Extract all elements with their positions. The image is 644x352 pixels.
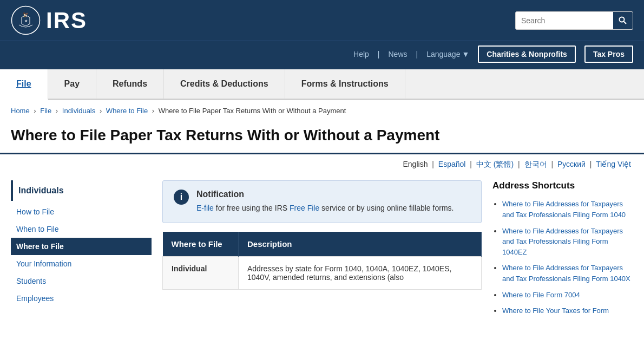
breadcrumb-sep2: › [56,107,58,115]
nav-item-pay[interactable]: Pay [48,69,96,99]
breadcrumb-sep1: › [34,107,36,115]
irs-eagle-icon: 🦅 ★ [11,5,41,35]
page-title: Where to File Paper Tax Returns With or … [11,126,633,145]
svg-point-3 [620,17,625,22]
efile-link[interactable]: E-file [196,204,214,212]
nav-item-file[interactable]: File [0,69,48,100]
svg-text:★: ★ [24,19,28,23]
address-shortcuts-list: Where to File Addresses for Taxpayers an… [492,199,633,316]
chevron-down-icon: ▼ [462,50,469,58]
lang-korean[interactable]: 한국어 [524,160,547,168]
sidebar-item-students[interactable]: Students [11,272,152,290]
nav-item-forms-instructions[interactable]: Forms & Instructions [285,69,405,99]
shortcut-link-1040[interactable]: Where to File Addresses for Taxpayers an… [502,200,626,219]
divider1: | [378,50,380,58]
lang-russian[interactable]: Русский [557,160,586,168]
breadcrumb: Home › File › Individuals › Where to Fil… [0,100,644,121]
list-item: Where to File Addresses for Taxpayers an… [502,263,633,284]
svg-text:🦅: 🦅 [23,11,29,18]
address-shortcuts-title: Address Shortcuts [492,180,633,191]
shortcut-link-7004[interactable]: Where to File Form 7004 [502,291,580,299]
sidebar-item-employees[interactable]: Employees [11,290,152,307]
where-to-file-table: Where to File Description Individual Add… [162,232,482,290]
lang-english: English [403,160,428,168]
shortcut-link-taxes-form[interactable]: Where to File Your Taxes for Form [502,307,609,315]
top-nav: Help | News | Language ▼ Charities & Non… [0,41,644,69]
list-item: Where to File Form 7004 [502,290,633,301]
sidebar-item-where-to-file[interactable]: Where to File [11,238,152,255]
table-col-where-to-file: Where to File [163,232,239,257]
page-title-section: Where to File Paper Tax Returns With or … [0,121,644,154]
breadcrumb-sep3: › [100,107,102,115]
notification-content: Notification E-file for free using the I… [196,190,454,214]
breadcrumb-home[interactable]: Home [11,107,30,115]
nav-item-refunds[interactable]: Refunds [96,69,164,99]
sidebar-item-when-to-file[interactable]: When to File [11,220,152,238]
free-file-link[interactable]: Free File [290,204,319,212]
logo-area: 🦅 ★ IRS [11,5,87,35]
logo-text: IRS [46,8,87,34]
list-item: Where to File Addresses for Taxpayers an… [502,199,633,220]
breadcrumb-current: Where to File Paper Tax Returns With or … [159,107,346,115]
search-button[interactable] [613,11,633,30]
table-col-description: Description [239,232,482,257]
breadcrumb-file[interactable]: File [40,107,51,115]
lang-vietnamese[interactable]: Tiếng Việt [596,160,631,168]
charities-nonprofits-button[interactable]: Charities & Nonprofits [478,45,576,63]
table-header-row: Where to File Description [163,232,482,257]
lang-chinese[interactable]: 中文 (繁體) [476,160,514,168]
sidebar-item-how-to-file[interactable]: How to File [11,203,152,220]
notification-text: E-file for free using the IRS Free File … [196,203,454,214]
svg-line-4 [624,21,627,24]
tax-pros-button[interactable]: Tax Pros [584,45,633,63]
right-sidebar: Address Shortcuts Where to File Addresse… [492,180,633,321]
language-switcher: English | Español | 中文 (繁體) | 한국어 | Русс… [0,154,644,175]
shortcut-link-1040x[interactable]: Where to File Addresses for Taxpayers an… [502,264,630,283]
content-area: Individuals How to File When to File Whe… [0,175,644,327]
sidebar-item-your-information[interactable]: Your Information [11,255,152,272]
search-input[interactable] [516,16,613,25]
shortcut-link-1040ez[interactable]: Where to File Addresses for Taxpayers an… [502,227,623,256]
info-icon: i [174,190,189,205]
sidebar: Individuals How to File When to File Whe… [11,180,162,321]
table-row: Individual Addresses by state for Form 1… [163,257,482,290]
main-nav: File Pay Refunds Credits & Deductions Fo… [0,69,644,100]
breadcrumb-where-to-file[interactable]: Where to File [106,107,148,115]
search-box[interactable] [515,11,633,30]
language-dropdown[interactable]: Language ▼ [426,50,469,58]
help-link[interactable]: Help [353,50,369,58]
notification-box: i Notification E-file for free using the… [162,180,482,223]
divider2: | [416,50,418,58]
header-right [515,11,633,30]
lang-espanol[interactable]: Español [438,160,466,168]
breadcrumb-sep4: › [152,107,154,115]
header-top: 🦅 ★ IRS [0,0,644,41]
list-item: Where to File Your Taxes for Form [502,305,633,316]
nav-item-credits-deductions[interactable]: Credits & Deductions [164,69,285,99]
notification-title: Notification [196,190,454,199]
breadcrumb-individuals[interactable]: Individuals [62,107,95,115]
sidebar-section-title: Individuals [11,180,152,201]
news-link[interactable]: News [389,50,408,58]
table-cell-individual: Individual [163,257,239,290]
list-item: Where to File Addresses for Taxpayers an… [502,226,633,258]
table-cell-description: Addresses by state for Form 1040, 1040A,… [239,257,482,290]
main-content: i Notification E-file for free using the… [162,180,492,321]
search-icon [619,16,627,25]
